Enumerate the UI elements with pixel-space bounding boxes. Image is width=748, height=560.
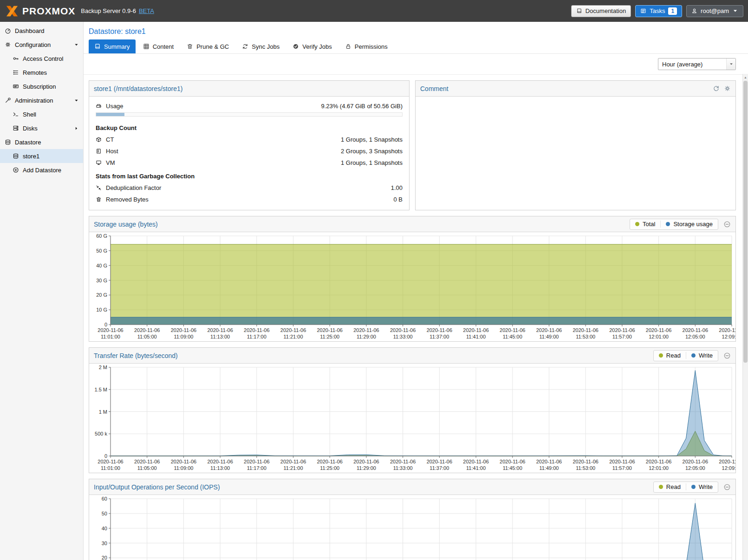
tab-verify-jobs[interactable]: Verify Jobs (287, 39, 338, 53)
sidebar-item-administration[interactable]: Administration (0, 93, 83, 107)
refresh-icon[interactable] (713, 85, 720, 92)
expand-expander-icon[interactable] (74, 126, 79, 131)
tasks-button[interactable]: Tasks 1 (635, 5, 682, 17)
svg-text:30: 30 (102, 540, 107, 546)
legend-label: Read (666, 483, 681, 490)
host-icon (96, 148, 102, 154)
transfer-rate-chart: 0500 k1 M1.5 M2 M2020-11-0611:01:002020-… (89, 364, 735, 473)
legend-item-read[interactable]: Read (654, 483, 686, 490)
svg-text:2020-11-06: 2020-11-06 (207, 459, 233, 464)
book-icon (576, 8, 582, 14)
svg-text:11:49:00: 11:49:00 (539, 334, 559, 339)
timerange-select[interactable]: Hour (average) (658, 58, 736, 70)
user-menu-button[interactable]: root@pam (686, 5, 743, 17)
svg-text:2020-11-06: 2020-11-06 (719, 327, 735, 333)
row-label: Removed Bytes (106, 196, 149, 203)
tasks-list-icon (640, 8, 646, 14)
user-label: root@pam (701, 7, 729, 14)
dashboard-icon (5, 27, 11, 34)
chart-toolbar: Hour (average) (84, 54, 748, 75)
svg-text:2020-11-06: 2020-11-06 (390, 327, 416, 333)
dedup-row: Deduplication Factor 1.00 (96, 182, 403, 194)
tab-summary[interactable]: Summary (89, 39, 136, 53)
sidebar-item-label: Administration (15, 97, 53, 104)
svg-text:11:37:00: 11:37:00 (429, 334, 449, 339)
svg-text:11:33:00: 11:33:00 (393, 334, 413, 339)
sidebar-item-disks[interactable]: Disks (0, 121, 83, 135)
comment-panel: Comment (415, 80, 736, 210)
svg-text:40: 40 (102, 526, 107, 531)
panel-title: Storage usage (bytes) (94, 221, 158, 228)
database-icon (13, 153, 19, 159)
scrollbar-thumb[interactable] (743, 81, 748, 363)
tab-prune-gc[interactable]: Prune & GC (181, 39, 234, 53)
legend-label: Total (643, 221, 655, 228)
svg-text:50: 50 (102, 511, 107, 516)
tab-content[interactable]: Content (137, 39, 180, 53)
host-row: Host 2 Groups, 3 Snapshots (96, 145, 403, 157)
legend-dot (659, 353, 663, 358)
legend-item-read[interactable]: Read (654, 352, 686, 359)
tab-label: Permissions (355, 43, 388, 50)
top-bar: PROXMOX Backup Server 0.9-6 BETA Documen… (0, 0, 748, 22)
brand-name: PROXMOX (22, 6, 75, 17)
svg-text:11:41:00: 11:41:00 (466, 465, 486, 471)
svg-text:11:09:00: 11:09:00 (174, 334, 193, 339)
legend-item-write[interactable]: Write (686, 483, 718, 490)
sidebar-item-datastore[interactable]: Datastore (0, 135, 83, 149)
timerange-value: Hour (average) (662, 61, 702, 68)
comment-body[interactable] (416, 97, 735, 104)
row-label: Deduplication Factor (106, 184, 161, 191)
svg-text:11:33:00: 11:33:00 (393, 465, 413, 471)
svg-text:2020-11-06: 2020-11-06 (463, 327, 488, 333)
scrollbar-up-icon[interactable]: ▲ (743, 74, 748, 80)
legend-item-storage-usage[interactable]: Storage usage (660, 221, 718, 228)
documentation-button[interactable]: Documentation (571, 5, 631, 17)
chart-legend: Total Storage usage (630, 219, 718, 230)
chevron-down-icon (732, 8, 738, 14)
gear-icon[interactable] (724, 85, 731, 92)
svg-text:2020-11-06: 2020-11-06 (244, 327, 269, 333)
svg-text:11:17:00: 11:17:00 (247, 465, 267, 471)
collapse-icon[interactable] (723, 221, 731, 228)
vertical-scrollbar[interactable]: ▲ (742, 74, 748, 560)
collapse-icon[interactable] (723, 352, 731, 359)
svg-text:50 G: 50 G (96, 248, 107, 254)
sidebar-item-shell[interactable]: Shell (0, 107, 83, 121)
beta-link[interactable]: BETA (139, 7, 154, 14)
sidebar-item-remotes[interactable]: Remotes (0, 65, 83, 79)
collapse-expander-icon[interactable] (74, 42, 79, 47)
sidebar: Dashboard Configuration Access Control R… (0, 22, 84, 560)
panel-title: store1 (/mnt/datastores/store1) (94, 85, 182, 92)
sidebar-item-configuration[interactable]: Configuration (0, 38, 83, 52)
sidebar-item-label: Access Control (23, 55, 63, 62)
compress-icon (96, 185, 102, 191)
svg-text:11:29:00: 11:29:00 (357, 465, 376, 471)
legend-item-write[interactable]: Write (686, 352, 718, 359)
sidebar-item-subscription[interactable]: Subscription (0, 79, 83, 93)
collapse-expander-icon[interactable] (74, 98, 79, 103)
svg-text:2020-11-06: 2020-11-06 (572, 327, 598, 333)
svg-text:2020-11-06: 2020-11-06 (317, 459, 343, 464)
row-value: 1 Groups, 1 Snapshots (341, 159, 403, 166)
tab-permissions[interactable]: Permissions (339, 39, 393, 53)
svg-text:11:05:00: 11:05:00 (137, 465, 157, 471)
sidebar-item-store1[interactable]: store1 (0, 149, 83, 163)
sidebar-item-label: Remotes (23, 69, 47, 76)
sidebar-item-label: Subscription (23, 83, 56, 90)
database-icon (5, 139, 11, 145)
cube-icon (96, 137, 102, 143)
svg-text:1.5 M: 1.5 M (94, 387, 107, 392)
storage-usage-chart: 010 G20 G30 G40 G50 G60 G2020-11-0611:01… (89, 232, 735, 341)
legend-item-total[interactable]: Total (630, 221, 660, 228)
tab-label: Prune & GC (196, 43, 229, 50)
tasks-label: Tasks (650, 7, 665, 14)
sidebar-item-access-control[interactable]: Access Control (0, 52, 83, 65)
svg-text:2020-11-06: 2020-11-06 (719, 459, 735, 464)
sidebar-item-add-datastore[interactable]: Add Datastore (0, 163, 83, 177)
row-label: Host (106, 148, 118, 155)
sidebar-item-dashboard[interactable]: Dashboard (0, 24, 83, 38)
tab-sync-jobs[interactable]: Sync Jobs (236, 39, 285, 53)
storage-usage-panel: Storage usage (bytes) Total Storage usag… (89, 216, 736, 342)
collapse-icon[interactable] (723, 483, 731, 491)
